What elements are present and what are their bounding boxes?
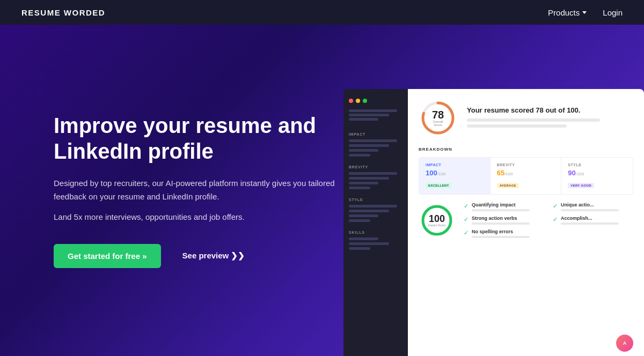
score-header: 78 Overall Score Your resume scored 78 o… — [419, 99, 633, 137]
hero-section: Improve your resume and LinkedIn profile… — [0, 25, 644, 356]
sidebar-impact: IMPACT — [343, 128, 408, 161]
bd-impact-score: 100/100 — [426, 169, 484, 177]
check-icon-3: ✓ — [464, 229, 469, 236]
bd-style-score: 90/100 — [568, 169, 626, 177]
check-bar-3 — [472, 236, 530, 238]
check-text-2: Strong action verbs — [472, 216, 544, 221]
check-row-r1: ✓ Unique actio... — [553, 202, 633, 211]
check-icon-2: ✓ — [464, 216, 469, 223]
mockup-container: IMPACT BREVITY STYLE SKILL — [343, 89, 644, 356]
overall-score-number: 78 — [428, 109, 448, 120]
check-bar-1 — [472, 209, 530, 211]
breakdown-title: BREAKDOWN — [419, 147, 633, 152]
check-row-2: ✓ Strong action verbs — [464, 216, 544, 225]
breakdown-brevity: BREVITY 65/100 AVERAGE — [491, 158, 562, 194]
bd-brevity-score: 65/100 — [497, 169, 555, 177]
app-top-bar — [343, 94, 408, 109]
check-row-r2: ✓ Accomplish... — [553, 216, 633, 225]
sidebar-brevity: BREVITY — [343, 161, 408, 194]
overall-score-circle: 78 Overall Score — [419, 99, 457, 137]
sidebar-style-label: STYLE — [349, 198, 402, 202]
app-panel: IMPACT BREVITY STYLE SKILL — [343, 89, 408, 356]
dot-red — [349, 99, 353, 103]
score-bar-1 — [467, 118, 600, 122]
check-text-1: Quantifying impact — [472, 202, 544, 207]
bd-impact-badge: EXCELLENT — [426, 183, 451, 188]
see-preview-button[interactable]: See preview ❯❯ — [170, 243, 258, 268]
breakdown-style: STYLE 90/100 VERY GOOD — [561, 158, 633, 194]
hero-description: Designed by top recruiters, our AI-power… — [54, 177, 343, 204]
score-panel: 78 Overall Score Your resume scored 78 o… — [408, 89, 644, 356]
login-nav-item[interactable]: Login — [603, 8, 623, 17]
products-label: Products — [548, 8, 580, 17]
check-icon-1: ✓ — [464, 203, 469, 210]
avatar-badge: A — [616, 335, 633, 352]
check-row-3: ✓ No spelling errors — [464, 229, 544, 238]
bd-style-label: STYLE — [568, 163, 626, 167]
impact-score-circle: 100 Impact Score — [419, 202, 455, 239]
dot-yellow — [356, 99, 360, 103]
score-text: Your resume scored 78 out of 100. — [467, 106, 633, 130]
checklist-left: ✓ Quantifying impact ✓ Strong action ver… — [464, 202, 544, 242]
impact-score-circle-label: Impact Score — [428, 224, 445, 227]
hero-buttons: Get started for free » See preview ❯❯ — [54, 243, 343, 268]
sidebar-skills: SKILLS — [343, 226, 408, 254]
breakdown-grid: IMPACT 100/100 EXCELLENT BREVITY 65/100 … — [419, 157, 633, 195]
logo: RESUME WORDED — [21, 8, 105, 17]
impact-area: 100 Impact Score ✓ Quantifying impact ✓ — [419, 202, 633, 242]
bd-brevity-label: BREVITY — [497, 163, 555, 167]
check-text-3: No spelling errors — [472, 229, 544, 234]
hero-description2: Land 5x more interviews, opportunities a… — [54, 211, 343, 224]
dot-green — [363, 99, 367, 103]
check-row-1: ✓ Quantifying impact — [464, 202, 544, 211]
hero-content: Improve your resume and LinkedIn profile… — [54, 113, 343, 268]
impact-score-number: 100 — [428, 214, 445, 224]
get-started-button[interactable]: Get started for free » — [54, 244, 161, 268]
check-icon-r2: ✓ — [553, 216, 558, 223]
sidebar-skills-label: SKILLS — [349, 231, 402, 234]
check-bar-2 — [472, 222, 530, 225]
bd-style-badge: VERY GOOD — [568, 183, 594, 188]
breakdown-impact: IMPACT 100/100 EXCELLENT — [419, 158, 491, 194]
sidebar-brevity-label: BREVITY — [349, 165, 402, 169]
overall-score-label: Overall Score — [428, 120, 448, 127]
chevron-down-icon — [582, 11, 587, 14]
check-text-r1: Unique actio... — [561, 202, 633, 207]
navbar: RESUME WORDED Products Login — [0, 0, 644, 25]
bd-impact-label: IMPACT — [426, 163, 484, 167]
hero-title: Improve your resume and LinkedIn profile — [54, 113, 343, 164]
checklist-right: ✓ Unique actio... ✓ Accomplish... — [553, 202, 633, 229]
bd-brevity-badge: AVERAGE — [497, 183, 519, 188]
sidebar-impact-label: IMPACT — [349, 132, 402, 136]
check-text-r2: Accomplish... — [561, 216, 633, 221]
score-bar-2 — [467, 124, 567, 128]
products-nav-item[interactable]: Products — [548, 8, 587, 17]
check-bar-r2 — [561, 222, 619, 225]
sidebar-style: STYLE — [343, 194, 408, 226]
score-headline: Your resume scored 78 out of 100. — [467, 106, 633, 114]
nav-right: Products Login — [548, 8, 623, 17]
check-icon-r1: ✓ — [553, 203, 558, 210]
check-bar-r1 — [561, 209, 619, 211]
